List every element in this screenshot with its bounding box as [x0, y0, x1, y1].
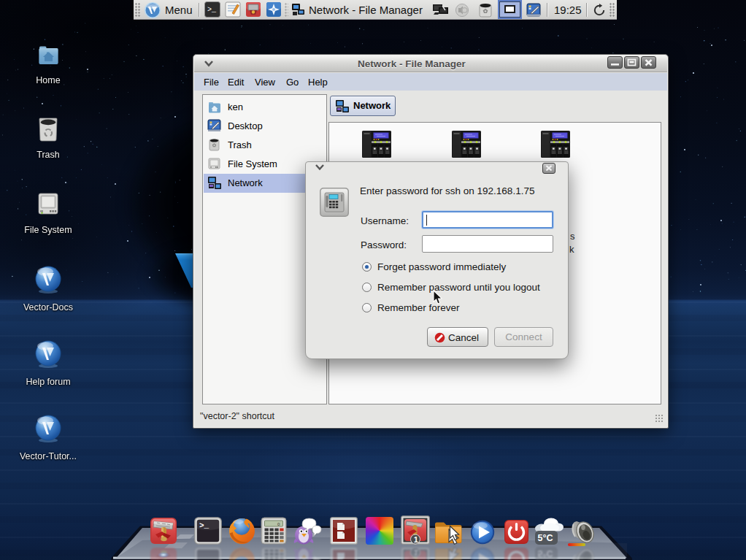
svg-text:>_: >_	[207, 6, 217, 14]
svg-text:5°C: 5°C	[538, 548, 553, 559]
svg-text:5°C: 5°C	[538, 533, 553, 543]
svg-text:>_: >_	[199, 521, 209, 530]
svg-text:1: 1	[414, 535, 418, 544]
svg-text:1: 1	[414, 548, 418, 557]
